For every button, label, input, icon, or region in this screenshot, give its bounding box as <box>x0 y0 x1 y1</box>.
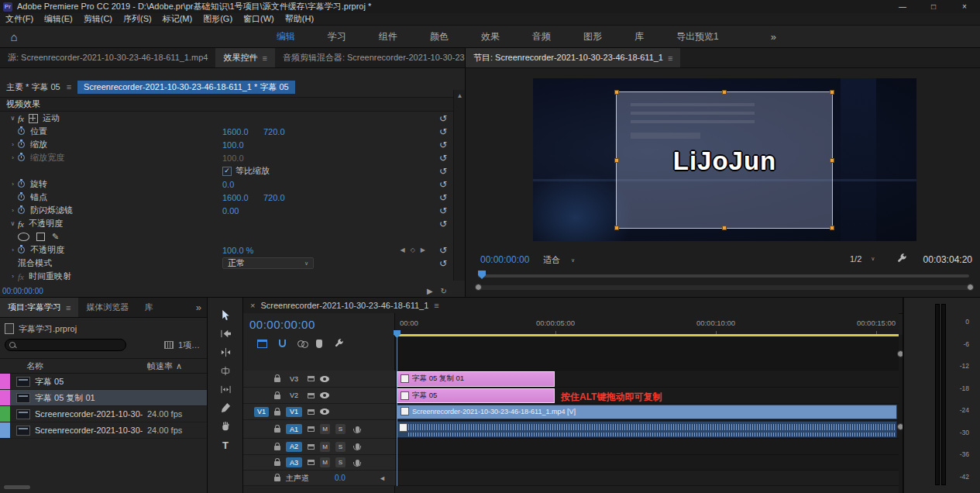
panel-menu-icon[interactable]: ≡ <box>66 303 70 312</box>
stopwatch-icon[interactable] <box>18 181 25 188</box>
position-x-value[interactable]: 1600.0 <box>222 127 249 136</box>
minimize-button[interactable]: — <box>887 0 918 13</box>
track-lane-master[interactable] <box>395 471 899 486</box>
loop-audio-icon[interactable]: ↻ <box>441 287 447 295</box>
linked-selection-icon[interactable] <box>297 340 304 347</box>
effect-controls-timecode[interactable]: 00:00:00:00 <box>2 287 43 295</box>
reset-icon[interactable]: ↺ <box>439 180 447 189</box>
stopwatch-icon[interactable] <box>18 207 25 214</box>
list-view-icon[interactable] <box>164 341 174 349</box>
menu-marker[interactable]: 标记(M) <box>157 13 198 25</box>
workspace-tab-effects[interactable]: 效果 <box>465 30 516 43</box>
label-color-chip[interactable] <box>0 390 10 405</box>
close-tab-icon[interactable]: × <box>250 301 255 310</box>
panel-menu-icon[interactable]: ≡ <box>668 53 672 63</box>
program-timecode[interactable]: 00:00:00:00 <box>480 254 529 265</box>
label-color-chip[interactable] <box>0 422 10 438</box>
pen-mask-icon[interactable]: ✎ <box>52 232 59 242</box>
menu-clip[interactable]: 剪辑(C) <box>78 13 118 25</box>
sync-lock-icon[interactable] <box>308 409 315 415</box>
twirl-closed-icon[interactable]: › <box>8 246 18 253</box>
timeline-clip-video[interactable]: Screenrecorder-2021-10-30-23-46-18-611_1… <box>397 405 897 419</box>
solo-button[interactable]: S <box>335 457 346 467</box>
mute-button[interactable]: M <box>320 457 330 467</box>
selection-handle[interactable] <box>614 226 619 230</box>
opacity-value[interactable]: 100.0 % <box>222 246 253 255</box>
blend-mode-dropdown[interactable]: 正常 ∨ <box>222 257 314 269</box>
solo-button[interactable]: S <box>335 442 346 452</box>
master-clip-selector[interactable]: 主要 * 字幕 05 <box>6 81 60 93</box>
workspace-tab-assembly[interactable]: 组件 <box>363 30 414 43</box>
selection-handle[interactable] <box>722 90 727 95</box>
stopwatch-icon[interactable] <box>18 128 25 135</box>
zoom-handle-right[interactable] <box>967 284 974 291</box>
column-framerate[interactable]: 帧速率 ∧ <box>147 360 182 372</box>
timeline-clip-audio[interactable] <box>397 421 897 438</box>
twirl-closed-icon[interactable]: › <box>8 181 18 188</box>
project-row-caption-05-copy[interactable]: 字幕 05 复制 01 <box>0 390 208 406</box>
previous-keyframe-icon[interactable]: ◀ <box>401 246 405 253</box>
reset-icon[interactable]: ↺ <box>439 193 447 202</box>
tab-libraries[interactable]: 库 <box>136 298 160 317</box>
scroll-up-icon[interactable]: ▲ <box>457 92 463 99</box>
track-lock-icon[interactable] <box>274 395 280 399</box>
selection-handle[interactable] <box>722 226 727 230</box>
uniform-scale-checkbox[interactable]: ✓ <box>222 167 232 176</box>
menu-edit[interactable]: 编辑(E) <box>39 13 78 25</box>
reset-icon[interactable]: ↺ <box>439 127 447 136</box>
sync-lock-icon[interactable] <box>308 460 315 465</box>
sync-lock-icon[interactable] <box>308 426 315 432</box>
workspace-tab-color[interactable]: 颜色 <box>414 30 465 43</box>
timeline-settings-wrench-icon[interactable] <box>334 338 344 350</box>
track-lock-icon[interactable] <box>274 477 280 481</box>
sync-lock-icon[interactable] <box>308 393 315 398</box>
settings-wrench-icon[interactable] <box>896 253 907 265</box>
close-button[interactable]: × <box>949 0 980 13</box>
play-audio-icon[interactable]: ▶ <box>427 287 433 295</box>
rectangle-mask-icon[interactable] <box>36 233 45 241</box>
razor-tool[interactable] <box>208 361 243 380</box>
stopwatch-icon[interactable] <box>18 141 25 148</box>
track-lock-icon[interactable] <box>274 428 280 433</box>
search-input[interactable] <box>5 339 126 351</box>
workspace-overflow-icon[interactable]: » <box>771 31 776 43</box>
rotation-value[interactable]: 0.0 <box>222 180 234 189</box>
timeline-clip-caption-copy[interactable]: 字幕 05 复制 01 <box>397 371 555 387</box>
track-lock-icon[interactable] <box>274 411 280 415</box>
label-color-chip[interactable] <box>0 406 10 422</box>
effect-controls-scrollbar[interactable]: ▲ <box>453 90 466 281</box>
timeline-tab[interactable]: × Screenrecorder-2021-10-30-23-46-18-611… <box>243 298 903 314</box>
project-row-caption-05[interactable]: 字幕 05 <box>0 374 208 390</box>
menu-window[interactable]: 窗口(W) <box>238 13 280 25</box>
reset-icon[interactable]: ↺ <box>439 219 447 229</box>
program-scrubber[interactable] <box>478 274 969 278</box>
program-zoom-scrollbar[interactable] <box>478 285 969 290</box>
track-target-v1[interactable]: V1 <box>286 407 302 417</box>
add-keyframe-icon[interactable]: ◇ <box>411 246 415 253</box>
timeline-playhead-line[interactable] <box>397 332 397 486</box>
track-target-v3[interactable]: V3 <box>286 374 302 384</box>
column-name[interactable]: 名称 <box>26 360 43 372</box>
workspace-tab-libraries[interactable]: 库 <box>618 30 660 43</box>
reset-icon[interactable]: ↺ <box>439 140 447 150</box>
reset-icon[interactable]: ↺ <box>439 206 447 215</box>
program-playhead[interactable] <box>478 271 486 279</box>
tab-source-monitor[interactable]: 源: Screenrecorder-2021-10-30-23-46-18-61… <box>0 48 215 67</box>
voiceover-mic-icon[interactable] <box>356 443 359 450</box>
scale-value[interactable]: 100.0 <box>222 140 244 150</box>
resolution-dropdown[interactable]: 1/2 ∨ <box>850 254 875 264</box>
selector-menu-icon[interactable]: ≡ <box>67 82 71 91</box>
label-color-chip[interactable] <box>0 374 10 389</box>
slip-tool[interactable] <box>208 380 243 398</box>
anchor-y-value[interactable]: 720.0 <box>263 193 285 202</box>
mute-button[interactable]: M <box>320 442 330 452</box>
tab-media-browser[interactable]: 媒体浏览器 <box>78 298 136 317</box>
pen-tool[interactable] <box>208 398 243 417</box>
track-output-eye-icon[interactable] <box>320 409 329 415</box>
track-lock-icon[interactable] <box>274 446 280 450</box>
workspace-tab-export[interactable]: 导出预览1 <box>660 30 735 43</box>
menu-sequence[interactable]: 序列(S) <box>118 13 157 25</box>
workspace-tab-audio[interactable]: 音频 <box>516 30 567 43</box>
sync-lock-icon[interactable] <box>308 444 315 450</box>
twirl-closed-icon[interactable]: › <box>8 207 18 214</box>
